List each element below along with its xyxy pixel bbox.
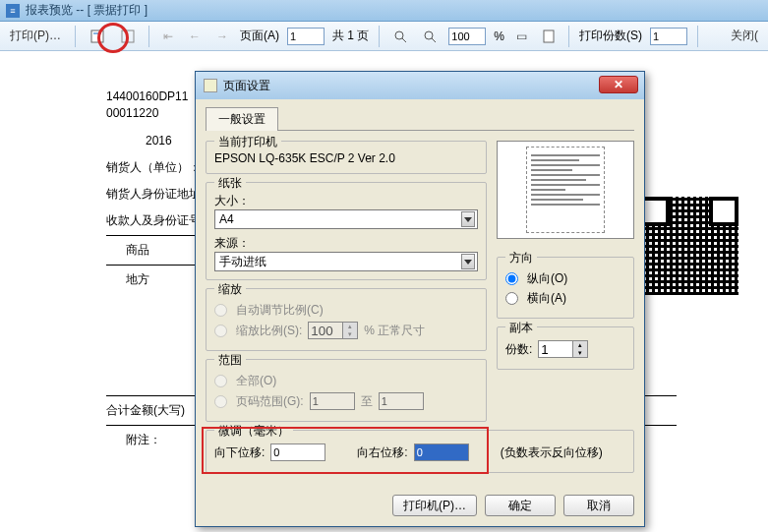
page-total: 共 1 页 bbox=[332, 28, 369, 44]
portrait-label: 纵向(O) bbox=[527, 270, 567, 287]
zoom-input[interactable] bbox=[448, 28, 486, 45]
paper-group: 纸张 大小： A4 来源： 手动进纸 bbox=[206, 182, 487, 280]
size-label: 大小： bbox=[214, 193, 478, 209]
copies-group-label: 副本 bbox=[505, 320, 537, 336]
dialog-title: 页面设置 bbox=[223, 78, 270, 94]
portrait-radio[interactable] bbox=[505, 272, 518, 285]
tab-general[interactable]: 一般设置 bbox=[206, 107, 278, 131]
autoscale-radio bbox=[214, 304, 227, 317]
paper-source-value: 手动进纸 bbox=[219, 254, 266, 270]
copies-group: 副本 份数: ▴▾ bbox=[497, 326, 634, 370]
page-input[interactable] bbox=[287, 28, 325, 45]
scale-stepper: ▴▾ bbox=[308, 322, 358, 339]
chevron-down-icon bbox=[461, 254, 475, 269]
range-pages-radio bbox=[214, 395, 227, 408]
printer-name: EPSON LQ-635K ESC/P 2 Ver 2.0 bbox=[214, 151, 478, 165]
chevron-down-icon bbox=[461, 211, 475, 227]
offset-down-input[interactable] bbox=[270, 443, 325, 461]
place-label: 地方 bbox=[126, 272, 149, 286]
autoscale-label: 自动调节比例(C) bbox=[236, 302, 324, 319]
paper-source-select[interactable]: 手动进纸 bbox=[214, 252, 478, 271]
source-label: 来源： bbox=[214, 235, 478, 252]
offset-right-input[interactable] bbox=[414, 443, 469, 461]
first-page-icon[interactable]: ⇤ bbox=[159, 28, 177, 45]
range-group: 范围 全部(O) 页码范围(G): 至 bbox=[206, 359, 487, 422]
offset-down-label: 向下位移: bbox=[214, 444, 265, 461]
preview-page bbox=[526, 147, 605, 233]
range-group-label: 范围 bbox=[214, 352, 246, 369]
landscape-label: 横向(A) bbox=[527, 290, 566, 307]
range-all-label: 全部(O) bbox=[236, 373, 276, 389]
window-titlebar: ≡ 报表预览 -- [ 票据打印 ] bbox=[0, 0, 768, 22]
separator bbox=[379, 26, 380, 47]
orientation-group: 方向 纵向(O) 横向(A) bbox=[497, 257, 634, 319]
svg-point-3 bbox=[395, 31, 403, 39]
dialog-buttons: 打印机(P)… 确定 取消 bbox=[196, 489, 644, 526]
refresh-icon[interactable] bbox=[117, 28, 139, 45]
separator bbox=[148, 26, 149, 47]
scale-ratio-radio bbox=[214, 325, 227, 337]
paper-group-label: 纸张 bbox=[214, 175, 246, 192]
page-preview bbox=[497, 141, 634, 239]
paper-size-select[interactable]: A4 bbox=[214, 209, 478, 229]
printer-group-label: 当前打印机 bbox=[214, 134, 281, 150]
page-setup-dialog: 页面设置 ✕ 一般设置 当前打印机 EPSON LQ-635K ESC/P 2 … bbox=[195, 71, 645, 527]
cancel-button[interactable]: 取消 bbox=[563, 495, 634, 516]
scale-ratio-label: 缩放比例(S): bbox=[236, 323, 302, 339]
zoom-pct: % bbox=[494, 30, 504, 43]
range-from-input bbox=[310, 392, 355, 410]
range-to-label: 至 bbox=[361, 393, 373, 410]
printer-group: 当前打印机 EPSON LQ-635K ESC/P 2 Ver 2.0 bbox=[206, 141, 487, 174]
dialog-titlebar[interactable]: 页面设置 ✕ bbox=[196, 72, 644, 99]
page-setup-icon[interactable] bbox=[86, 27, 109, 46]
doc-year: 2016 bbox=[146, 134, 172, 148]
ok-button[interactable]: 确定 bbox=[485, 495, 556, 516]
offset-right-label: 向右位移: bbox=[357, 444, 407, 461]
zoom-in-icon[interactable] bbox=[419, 28, 441, 45]
zoom-out-icon[interactable] bbox=[389, 28, 411, 45]
svg-line-6 bbox=[432, 38, 436, 42]
prev-page-icon[interactable]: ← bbox=[185, 28, 205, 45]
page-icon[interactable] bbox=[539, 28, 559, 45]
dialog-icon bbox=[204, 79, 217, 92]
range-pages-label: 页码范围(G): bbox=[236, 393, 304, 410]
copies-stepper[interactable]: ▴▾ bbox=[538, 340, 588, 358]
svg-rect-1 bbox=[93, 32, 101, 34]
copies-input[interactable] bbox=[650, 28, 687, 45]
separator bbox=[75, 26, 76, 47]
window-title: 报表预览 -- [ 票据打印 ] bbox=[26, 2, 148, 19]
landscape-radio[interactable] bbox=[505, 292, 518, 305]
fit-icon[interactable]: ▭ bbox=[512, 28, 531, 45]
scale-group: 缩放 自动调节比例(C) 缩放比例(S): ▴▾ % 正常尺寸 bbox=[206, 288, 487, 351]
close-button[interactable]: 关闭( bbox=[727, 26, 762, 46]
separator bbox=[568, 26, 569, 47]
svg-rect-7 bbox=[544, 30, 554, 42]
app-icon: ≡ bbox=[6, 4, 20, 18]
paper-size-value: A4 bbox=[219, 212, 234, 226]
goods-label: 商品 bbox=[126, 243, 149, 257]
copies-label: 打印份数(S) bbox=[579, 28, 642, 44]
print-button[interactable]: 打印(P)… bbox=[6, 26, 65, 46]
svg-point-5 bbox=[425, 31, 433, 39]
qr-code bbox=[640, 197, 738, 295]
printer-button[interactable]: 打印机(P)… bbox=[392, 495, 477, 516]
separator bbox=[697, 26, 698, 47]
offset-note: (负数表示反向位移) bbox=[501, 444, 603, 461]
dialog-tabs: 一般设置 bbox=[206, 107, 634, 131]
svg-rect-2 bbox=[122, 30, 134, 42]
next-page-icon[interactable]: → bbox=[212, 28, 232, 45]
range-all-radio bbox=[214, 375, 227, 387]
offset-group: 微调（毫米） 向下位移: 向右位移: (负数表示反向位移) bbox=[206, 430, 634, 473]
toolbar: 打印(P)… ⇤ ← → 页面(A) 共 1 页 % ▭ 打印份数(S) 关闭( bbox=[0, 22, 768, 51]
scale-group-label: 缩放 bbox=[214, 281, 246, 298]
orientation-group-label: 方向 bbox=[505, 250, 537, 266]
total-label: 合计金额(大写) bbox=[106, 403, 185, 417]
svg-line-4 bbox=[402, 38, 406, 42]
copies-label: 份数: bbox=[505, 341, 532, 358]
range-to-input bbox=[379, 392, 424, 410]
scale-normal: % 正常尺寸 bbox=[364, 323, 425, 339]
close-icon[interactable]: ✕ bbox=[599, 76, 638, 93]
offset-group-label: 微调（毫米） bbox=[214, 423, 293, 440]
svg-rect-0 bbox=[91, 30, 103, 42]
page-label: 页面(A) bbox=[240, 28, 279, 44]
